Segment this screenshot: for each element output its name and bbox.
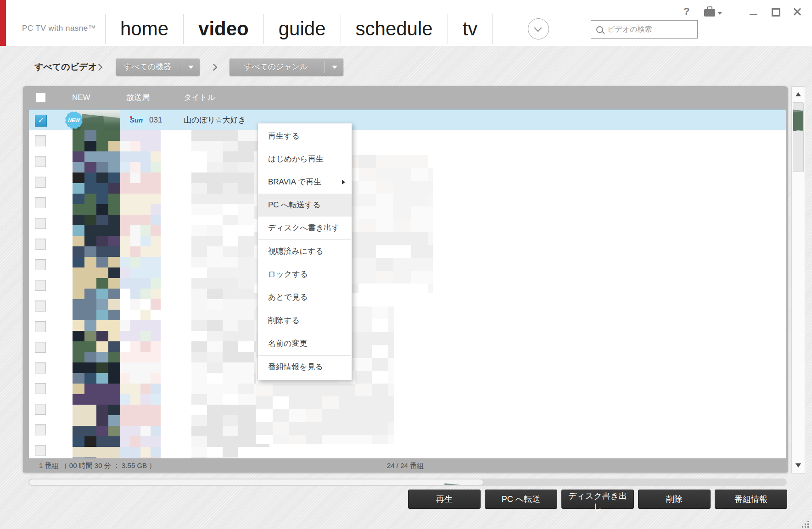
row-checkbox[interactable] (35, 445, 46, 456)
menu-item[interactable]: はじめから再生 (258, 148, 352, 171)
status-selection-info: 1 番組 （ 00 時間 30 分 ： 3.55 GB ） (39, 458, 156, 473)
row-checkbox[interactable] (35, 404, 46, 415)
row-checkbox-checked[interactable]: ✓ (35, 115, 47, 127)
tab-guide[interactable]: guide (263, 14, 341, 44)
row-checkbox[interactable] (35, 259, 46, 270)
video-title: 山のぼり☆大好き (184, 110, 246, 131)
video-list: ✓ NEW Sun 031 山のぼり☆大好き (29, 109, 786, 458)
action-button-PC へ転送[interactable]: PC へ転送 (485, 490, 557, 509)
blurred-stations (120, 130, 161, 458)
scroll-up-icon[interactable] (795, 92, 801, 96)
menu-item[interactable]: ロックする (258, 263, 352, 286)
vertical-scrollbar[interactable] (791, 86, 805, 473)
row-checkbox[interactable] (35, 280, 46, 291)
column-header-title: タイトル (184, 86, 216, 109)
chevron-down-icon (534, 24, 542, 32)
search-placeholder: ビデオの検索 (607, 25, 652, 34)
scroll-down-icon[interactable] (795, 463, 801, 468)
menu-item[interactable]: 名前の変更 (258, 332, 352, 355)
toolbox-icon (704, 9, 715, 17)
resize-grip[interactable] (802, 521, 809, 528)
main-nav: homevideoguidescheduletv (105, 14, 493, 44)
action-button-削除[interactable]: 削除 (638, 490, 711, 509)
dropdown-divider (325, 61, 325, 73)
row-checkbox[interactable] (35, 342, 46, 353)
menu-item[interactable]: あとで見る (258, 286, 352, 309)
brand-accent-bar (0, 0, 6, 46)
genre-filter-label: すべてのジャンル (230, 58, 322, 76)
blurred-thumbnails (73, 130, 120, 458)
row-checkbox[interactable] (35, 239, 46, 250)
menu-item[interactable]: BRAVIA で再生 (258, 171, 352, 194)
close-button[interactable] (793, 7, 801, 16)
action-button-番組情報[interactable]: 番組情報 (715, 490, 787, 509)
menu-item[interactable]: 削除する (258, 309, 352, 332)
minimize-button[interactable] (750, 14, 757, 15)
row-checkbox[interactable] (35, 156, 46, 167)
row-checkbox[interactable] (35, 218, 46, 229)
dropdown-arrow-icon (717, 12, 722, 15)
station-logo: Sun (127, 114, 146, 126)
row-checkbox[interactable] (35, 383, 46, 394)
breadcrumb-root: すべてのビデオ (34, 58, 97, 76)
channel-number: 031 (149, 110, 162, 131)
video-list-panel: NEW 放送局 タイトル ✓ NEW Sun 031 山のぼり☆大好き 24 /… (23, 86, 788, 473)
title-bar: PC TV with nasne™ homevideoguideschedule… (0, 0, 812, 46)
new-badge: NEW (65, 111, 83, 129)
row-checkbox[interactable] (35, 177, 46, 188)
search-input[interactable]: ビデオの検索 (591, 20, 698, 39)
nav-divider (492, 14, 493, 44)
breadcrumb: すべてのビデオ すべての機器 すべてのジャンル (0, 58, 812, 76)
tab-home[interactable]: home (105, 14, 183, 44)
help-button[interactable]: ? (683, 6, 689, 17)
dropdown-arrow-icon (332, 66, 337, 69)
vertical-scroll-thumb[interactable] (793, 102, 804, 172)
select-all-checkbox[interactable] (36, 93, 45, 102)
maximize-button[interactable] (772, 8, 780, 17)
chevron-right-icon (210, 64, 218, 71)
row-checkbox[interactable] (35, 424, 46, 435)
device-filter-label: すべての機器 (116, 58, 179, 76)
row-checkbox[interactable] (35, 135, 46, 146)
status-bar: 24 / 24 番組 1 番組 （ 00 時間 30 分 ： 3.55 GB ） (23, 458, 788, 473)
horizontal-scrollbar[interactable] (28, 479, 787, 486)
nav-more-button[interactable] (528, 18, 549, 39)
action-button-bar: 再生PC へ転送ディスク書き出し削除番組情報 (408, 490, 787, 509)
genre-filter-dropdown[interactable]: すべてのジャンル (230, 58, 343, 76)
submenu-arrow-icon (342, 180, 345, 184)
tab-tv[interactable]: tv (448, 14, 493, 44)
content-area: すべてのビデオ すべての機器 すべてのジャンル NEW 放送局 タイトル ✓ N (0, 46, 812, 529)
tools-menu-button[interactable] (704, 6, 722, 17)
tab-schedule[interactable]: schedule (341, 14, 448, 44)
app-title: PC TV with nasne™ (22, 24, 96, 33)
context-menu: 再生するはじめから再生BRAVIA で再生PC へ転送するディスクへ書き出す視聴… (258, 123, 352, 380)
tab-video[interactable]: video (183, 14, 263, 44)
row-checkbox[interactable] (35, 362, 46, 373)
action-button-ディスク書き出し[interactable]: ディスク書き出し (561, 490, 634, 509)
menu-item[interactable]: 視聴済みにする (258, 240, 352, 263)
menu-item[interactable]: 再生する (258, 125, 352, 148)
table-row-selected[interactable]: ✓ NEW Sun 031 山のぼり☆大好き (29, 109, 786, 131)
row-checkbox[interactable] (35, 301, 46, 312)
dropdown-divider (181, 61, 181, 73)
row-checkbox[interactable] (35, 321, 46, 332)
menu-item[interactable]: 番組情報を見る (258, 356, 352, 379)
dropdown-arrow-icon (188, 66, 194, 69)
column-header-station: 放送局 (126, 86, 150, 109)
menu-item[interactable]: PC へ転送する (258, 194, 352, 217)
list-header: NEW 放送局 タイトル (23, 86, 788, 109)
search-icon (596, 26, 603, 33)
column-header-new: NEW (72, 86, 90, 109)
action-button-再生[interactable]: 再生 (408, 490, 481, 509)
row-checkbox[interactable] (35, 197, 46, 208)
menu-item[interactable]: ディスクへ書き出す (258, 217, 352, 239)
device-filter-dropdown[interactable]: すべての機器 (116, 58, 200, 76)
horizontal-scroll-thumb[interactable] (29, 479, 483, 485)
